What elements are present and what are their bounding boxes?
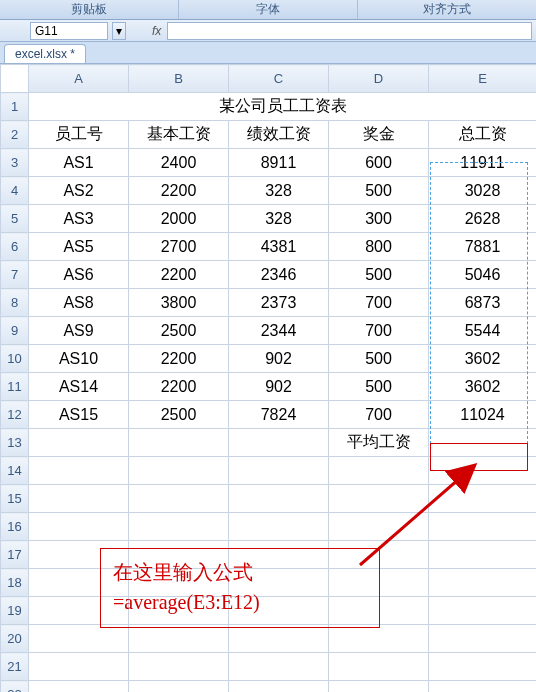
row-header[interactable]: 9 [1,317,29,345]
row-header[interactable]: 15 [1,485,29,513]
cell[interactable]: 902 [229,345,329,373]
cell[interactable]: 500 [329,261,429,289]
cell[interactable]: 奖金 [329,121,429,149]
cell[interactable]: 328 [229,177,329,205]
cell[interactable] [129,485,229,513]
cell[interactable]: AS10 [29,345,129,373]
col-header-a[interactable]: A [29,65,129,93]
cell[interactable]: AS2 [29,177,129,205]
cell[interactable]: AS5 [29,233,129,261]
ribbon-group-alignment[interactable]: 对齐方式 [358,0,536,19]
cell[interactable]: 800 [329,233,429,261]
cell[interactable]: 11024 [429,401,537,429]
cell[interactable]: AS3 [29,205,129,233]
cell[interactable] [229,485,329,513]
select-all-corner[interactable] [1,65,29,93]
cell[interactable]: 2200 [129,177,229,205]
cell[interactable] [129,513,229,541]
cell[interactable] [29,653,129,681]
col-header-d[interactable]: D [329,65,429,93]
fx-icon[interactable]: fx [152,24,161,38]
cell[interactable] [429,569,537,597]
row-header[interactable]: 18 [1,569,29,597]
row-header[interactable]: 1 [1,93,29,121]
cell[interactable]: 600 [329,149,429,177]
cell[interactable] [229,681,329,693]
cell[interactable]: 700 [329,317,429,345]
name-box[interactable]: G11 [30,22,108,40]
cell[interactable]: 902 [229,373,329,401]
cell[interactable]: 8911 [229,149,329,177]
cell[interactable] [429,485,537,513]
cell[interactable]: 2000 [129,205,229,233]
cell[interactable]: 3028 [429,177,537,205]
cell[interactable] [129,681,229,693]
cell[interactable]: 6873 [429,289,537,317]
cell[interactable]: 700 [329,401,429,429]
ribbon-group-font[interactable]: 字体 [179,0,358,19]
cell[interactable] [229,513,329,541]
cell[interactable]: 3602 [429,373,537,401]
row-header[interactable]: 7 [1,261,29,289]
cell[interactable] [29,457,129,485]
cell[interactable] [429,625,537,653]
row-header[interactable]: 12 [1,401,29,429]
cell[interactable]: 2500 [129,401,229,429]
formula-bar[interactable] [167,22,532,40]
cell[interactable]: 700 [329,289,429,317]
cell[interactable] [29,485,129,513]
cell[interactable] [29,681,129,693]
cell[interactable]: 3800 [129,289,229,317]
cell[interactable]: 2500 [129,317,229,345]
avg-label-cell[interactable]: 平均工资 [329,429,429,457]
cell[interactable] [229,457,329,485]
name-box-dropdown[interactable]: ▾ [112,22,126,40]
cell[interactable]: 2700 [129,233,229,261]
row-header[interactable]: 11 [1,373,29,401]
cell[interactable] [29,513,129,541]
cell[interactable]: AS14 [29,373,129,401]
row-header[interactable]: 20 [1,625,29,653]
cell[interactable] [229,653,329,681]
cell[interactable]: 员工号 [29,121,129,149]
cell[interactable]: 2373 [229,289,329,317]
cell[interactable]: 3602 [429,345,537,373]
row-header[interactable]: 13 [1,429,29,457]
row-header[interactable]: 8 [1,289,29,317]
cell[interactable]: 2200 [129,345,229,373]
row-header[interactable]: 10 [1,345,29,373]
cell[interactable]: 2400 [129,149,229,177]
cell[interactable] [329,681,429,693]
cell[interactable] [429,513,537,541]
row-header[interactable]: 5 [1,205,29,233]
row-header[interactable]: 17 [1,541,29,569]
cell[interactable] [129,653,229,681]
cell[interactable] [329,457,429,485]
cell[interactable] [329,513,429,541]
cell[interactable]: AS9 [29,317,129,345]
row-header[interactable]: 22 [1,681,29,693]
cell[interactable]: 5544 [429,317,537,345]
cell[interactable]: 5046 [429,261,537,289]
sheet-title[interactable]: 某公司员工工资表 [29,93,537,121]
cell[interactable] [129,429,229,457]
cell[interactable]: 2628 [429,205,537,233]
cell[interactable] [329,653,429,681]
cell[interactable]: 7824 [229,401,329,429]
cell[interactable]: 300 [329,205,429,233]
row-header[interactable]: 21 [1,653,29,681]
cell[interactable] [429,681,537,693]
row-header[interactable]: 2 [1,121,29,149]
cell[interactable] [129,625,229,653]
cell[interactable]: AS1 [29,149,129,177]
row-header[interactable]: 14 [1,457,29,485]
cell[interactable] [429,653,537,681]
cell[interactable]: 绩效工资 [229,121,329,149]
cell[interactable] [29,625,129,653]
cell[interactable]: 11911 [429,149,537,177]
cell[interactable] [329,625,429,653]
cell[interactable] [429,597,537,625]
cell[interactable]: 500 [329,177,429,205]
cell[interactable] [429,457,537,485]
col-header-e[interactable]: E [429,65,537,93]
